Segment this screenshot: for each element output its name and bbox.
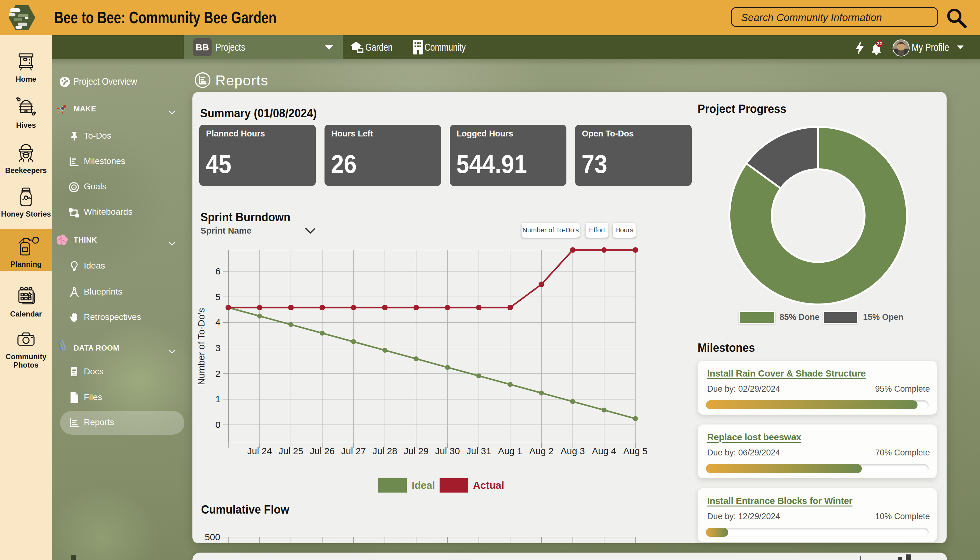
svg-text:5: 5 (215, 292, 221, 302)
svg-text:Jul 29: Jul 29 (404, 446, 428, 456)
svg-text:Jul 24: Jul 24 (247, 446, 272, 456)
svg-text:Number of To-Do’s: Number of To-Do’s (196, 308, 206, 385)
svg-text:Jul 28: Jul 28 (373, 446, 397, 456)
svg-text:Aug 2: Aug 2 (529, 446, 553, 456)
svg-text:500: 500 (205, 532, 220, 542)
svg-text:Aug 1: Aug 1 (498, 446, 522, 456)
svg-text:Jul 31: Jul 31 (466, 446, 491, 456)
svg-text:6: 6 (215, 266, 221, 276)
svg-text:Jul 25: Jul 25 (278, 446, 303, 456)
svg-text:Aug 5: Aug 5 (623, 446, 647, 456)
svg-text:Jul 26: Jul 26 (310, 446, 335, 456)
svg-text:Ideal: Ideal (412, 480, 435, 491)
svg-text:22: 22 (877, 41, 882, 46)
svg-text:2: 2 (215, 368, 221, 379)
svg-text:Jul 30: Jul 30 (435, 446, 460, 456)
svg-text:1: 1 (215, 394, 221, 404)
svg-text:0: 0 (215, 420, 221, 430)
svg-text:Aug 3: Aug 3 (561, 446, 585, 456)
svg-text:4: 4 (215, 317, 221, 327)
svg-text:Aug 4: Aug 4 (592, 446, 616, 456)
svg-text:3: 3 (215, 343, 221, 353)
svg-text:Actual: Actual (473, 480, 504, 491)
svg-text:Jul 27: Jul 27 (341, 446, 366, 456)
